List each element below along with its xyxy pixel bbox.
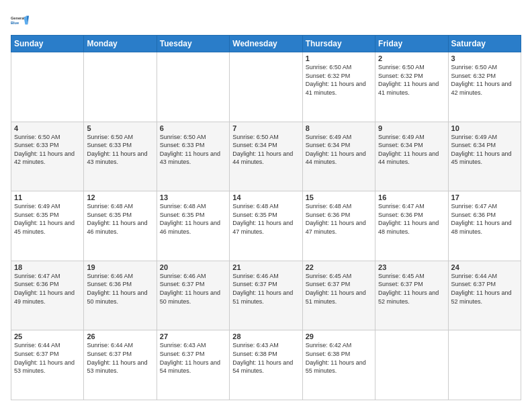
day-info: Sunrise: 6:49 AM Sunset: 6:34 PM Dayligh… [378,133,445,167]
day-info: Sunrise: 6:50 AM Sunset: 6:33 PM Dayligh… [160,133,226,167]
calendar-week-row: 1Sunrise: 6:50 AM Sunset: 6:32 PM Daylig… [11,52,521,122]
day-info: Sunrise: 6:46 AM Sunset: 6:37 PM Dayligh… [232,272,299,306]
day-info: Sunrise: 6:49 AM Sunset: 6:35 PM Dayligh… [14,202,81,236]
day-of-week-header: Wednesday [230,36,302,52]
calendar-day-cell: 27Sunrise: 6:43 AM Sunset: 6:37 PM Dayli… [157,330,229,400]
day-info: Sunrise: 6:50 AM Sunset: 6:32 PM Dayligh… [378,63,445,97]
day-of-week-header: Tuesday [157,36,229,52]
day-number: 28 [232,332,299,340]
day-info: Sunrise: 6:47 AM Sunset: 6:36 PM Dayligh… [378,202,445,236]
day-number: 7 [232,124,299,132]
day-number: 19 [87,263,153,271]
generalblue-logo-icon: GeneralBlue [11,11,30,30]
day-number: 13 [160,193,226,201]
calendar-day-cell: 22Sunrise: 6:45 AM Sunset: 6:37 PM Dayli… [302,261,375,330]
calendar-day-cell: 25Sunrise: 6:44 AM Sunset: 6:37 PM Dayli… [11,330,84,400]
logo: GeneralBlue [11,11,30,30]
calendar-day-cell [375,330,448,400]
calendar-day-cell: 15Sunrise: 6:48 AM Sunset: 6:36 PM Dayli… [302,191,375,261]
calendar-day-cell: 21Sunrise: 6:46 AM Sunset: 6:37 PM Dayli… [230,261,302,330]
day-number: 4 [14,124,81,132]
day-number: 9 [378,124,445,132]
day-number: 14 [232,193,299,201]
day-info: Sunrise: 6:50 AM Sunset: 6:33 PM Dayligh… [14,133,81,167]
calendar-day-cell: 29Sunrise: 6:42 AM Sunset: 6:38 PM Dayli… [302,330,375,400]
day-info: Sunrise: 6:48 AM Sunset: 6:35 PM Dayligh… [87,202,153,236]
svg-text:Blue: Blue [11,21,19,25]
calendar-day-cell [11,52,84,122]
day-number: 11 [14,193,81,201]
calendar-day-cell: 7Sunrise: 6:50 AM Sunset: 6:34 PM Daylig… [230,122,302,191]
calendar-day-cell [157,52,229,122]
calendar-day-cell: 16Sunrise: 6:47 AM Sunset: 6:36 PM Dayli… [375,191,448,261]
day-number: 1 [306,54,372,62]
calendar-day-cell: 28Sunrise: 6:43 AM Sunset: 6:38 PM Dayli… [230,330,302,400]
calendar-day-cell [84,52,157,122]
calendar-week-row: 4Sunrise: 6:50 AM Sunset: 6:33 PM Daylig… [11,122,521,191]
calendar-day-cell: 3Sunrise: 6:50 AM Sunset: 6:32 PM Daylig… [448,52,521,122]
day-number: 3 [451,54,518,62]
day-info: Sunrise: 6:50 AM Sunset: 6:32 PM Dayligh… [306,63,372,97]
header: GeneralBlue [11,11,521,30]
day-info: Sunrise: 6:42 AM Sunset: 6:38 PM Dayligh… [306,341,372,375]
calendar-day-cell: 19Sunrise: 6:46 AM Sunset: 6:36 PM Dayli… [84,261,157,330]
calendar-day-cell: 5Sunrise: 6:50 AM Sunset: 6:33 PM Daylig… [84,122,157,191]
day-number: 23 [378,263,445,271]
day-number: 2 [378,54,445,62]
day-number: 27 [160,332,226,340]
day-number: 10 [451,124,518,132]
day-number: 21 [232,263,299,271]
calendar-header-row: SundayMondayTuesdayWednesdayThursdayFrid… [11,36,521,52]
day-number: 6 [160,124,226,132]
calendar-week-row: 18Sunrise: 6:47 AM Sunset: 6:36 PM Dayli… [11,261,521,330]
day-info: Sunrise: 6:50 AM Sunset: 6:34 PM Dayligh… [232,133,299,167]
calendar-day-cell: 11Sunrise: 6:49 AM Sunset: 6:35 PM Dayli… [11,191,84,261]
calendar-day-cell: 13Sunrise: 6:48 AM Sunset: 6:35 PM Dayli… [157,191,229,261]
svg-text:General: General [11,16,25,20]
day-number: 16 [378,193,445,201]
day-info: Sunrise: 6:46 AM Sunset: 6:36 PM Dayligh… [87,272,153,306]
day-info: Sunrise: 6:50 AM Sunset: 6:32 PM Dayligh… [451,63,518,97]
day-info: Sunrise: 6:44 AM Sunset: 6:37 PM Dayligh… [451,272,518,306]
day-info: Sunrise: 6:50 AM Sunset: 6:33 PM Dayligh… [87,133,153,167]
day-info: Sunrise: 6:48 AM Sunset: 6:35 PM Dayligh… [160,202,226,236]
day-of-week-header: Friday [375,36,448,52]
day-number: 26 [87,332,153,340]
calendar-day-cell: 26Sunrise: 6:44 AM Sunset: 6:37 PM Dayli… [84,330,157,400]
day-info: Sunrise: 6:44 AM Sunset: 6:37 PM Dayligh… [14,341,81,375]
day-info: Sunrise: 6:48 AM Sunset: 6:35 PM Dayligh… [232,202,299,236]
day-info: Sunrise: 6:43 AM Sunset: 6:38 PM Dayligh… [232,341,299,375]
day-of-week-header: Sunday [11,36,84,52]
page: GeneralBlue SundayMondayTuesdayWednesday… [0,0,532,411]
calendar-table: SundayMondayTuesdayWednesdayThursdayFrid… [11,35,521,400]
calendar-week-row: 11Sunrise: 6:49 AM Sunset: 6:35 PM Dayli… [11,191,521,261]
day-of-week-header: Saturday [448,36,521,52]
day-number: 22 [306,263,372,271]
day-number: 20 [160,263,226,271]
day-info: Sunrise: 6:45 AM Sunset: 6:37 PM Dayligh… [378,272,445,306]
calendar-day-cell: 4Sunrise: 6:50 AM Sunset: 6:33 PM Daylig… [11,122,84,191]
day-number: 24 [451,263,518,271]
day-number: 29 [306,332,372,340]
day-info: Sunrise: 6:43 AM Sunset: 6:37 PM Dayligh… [160,341,226,375]
calendar-day-cell: 9Sunrise: 6:49 AM Sunset: 6:34 PM Daylig… [375,122,448,191]
day-info: Sunrise: 6:47 AM Sunset: 6:36 PM Dayligh… [14,272,81,306]
calendar-day-cell [230,52,302,122]
day-info: Sunrise: 6:48 AM Sunset: 6:36 PM Dayligh… [306,202,372,236]
calendar-week-row: 25Sunrise: 6:44 AM Sunset: 6:37 PM Dayli… [11,330,521,400]
day-info: Sunrise: 6:49 AM Sunset: 6:34 PM Dayligh… [306,133,372,167]
day-info: Sunrise: 6:44 AM Sunset: 6:37 PM Dayligh… [87,341,153,375]
calendar-day-cell: 10Sunrise: 6:49 AM Sunset: 6:34 PM Dayli… [448,122,521,191]
day-of-week-header: Thursday [302,36,375,52]
calendar-day-cell: 18Sunrise: 6:47 AM Sunset: 6:36 PM Dayli… [11,261,84,330]
calendar-day-cell: 8Sunrise: 6:49 AM Sunset: 6:34 PM Daylig… [302,122,375,191]
day-number: 5 [87,124,153,132]
day-number: 18 [14,263,81,271]
day-of-week-header: Monday [84,36,157,52]
day-number: 25 [14,332,81,340]
day-number: 8 [306,124,372,132]
day-info: Sunrise: 6:49 AM Sunset: 6:34 PM Dayligh… [451,133,518,167]
calendar-day-cell: 23Sunrise: 6:45 AM Sunset: 6:37 PM Dayli… [375,261,448,330]
calendar-day-cell: 12Sunrise: 6:48 AM Sunset: 6:35 PM Dayli… [84,191,157,261]
calendar-day-cell: 20Sunrise: 6:46 AM Sunset: 6:37 PM Dayli… [157,261,229,330]
